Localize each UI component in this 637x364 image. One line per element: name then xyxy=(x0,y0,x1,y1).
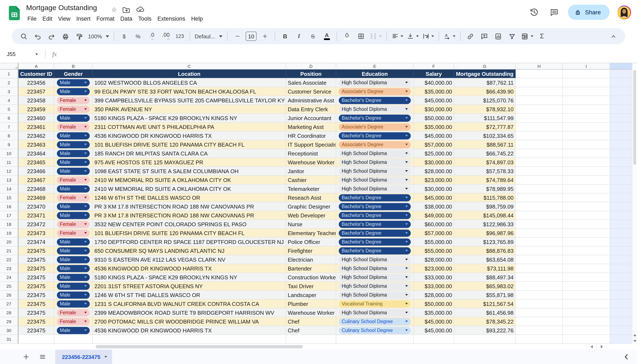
cell-gender[interactable]: Female xyxy=(54,229,93,238)
cell-salary[interactable]: $30,000.00 xyxy=(414,158,454,167)
education-chip[interactable]: Bachelor's Degree xyxy=(339,212,411,219)
name-box[interactable]: J55 xyxy=(0,46,42,63)
cell-empty[interactable] xyxy=(516,264,563,273)
cell-position[interactable]: Chef xyxy=(286,326,336,335)
cell-salary[interactable]: $28,000.00 xyxy=(414,291,454,300)
cell-mortgage-outstanding[interactable]: $72,777.87 xyxy=(454,122,516,132)
column-header-I[interactable]: I xyxy=(563,63,610,70)
cell-empty[interactable] xyxy=(516,246,563,255)
cell-position[interactable]: Junior Accountant xyxy=(286,114,336,122)
cell-customer-id[interactable]: 223475 xyxy=(18,246,54,255)
cell-customer-id[interactable]: 223475 xyxy=(18,308,54,317)
redo-icon[interactable] xyxy=(46,31,57,42)
cell-salary[interactable]: $28,000.00 xyxy=(414,255,454,264)
cell-education[interactable]: Associate's Degree xyxy=(336,140,414,149)
cell-empty[interactable] xyxy=(563,78,610,87)
column-title-customer-id[interactable]: Customer ID xyxy=(18,70,54,78)
cell-education[interactable]: High School Diploma xyxy=(336,105,414,114)
horizontal-align-button[interactable] xyxy=(391,31,403,42)
menu-insert[interactable]: Insert xyxy=(73,15,94,23)
cell-position[interactable]: Janitor xyxy=(286,167,336,176)
gender-chip[interactable]: Male xyxy=(57,265,90,272)
cell-education[interactable]: Bachelor's Degree xyxy=(336,229,414,238)
cell-empty[interactable] xyxy=(516,308,563,317)
gender-chip[interactable]: Male xyxy=(57,79,90,86)
cell-empty[interactable] xyxy=(563,114,610,122)
cell-location[interactable]: 185 RANCH DR MILPITAS SANTA CLARA CA xyxy=(93,149,286,158)
cell-empty[interactable] xyxy=(563,140,610,149)
font-select[interactable]: Defaul... xyxy=(195,31,222,42)
vertical-align-button[interactable] xyxy=(406,31,418,42)
cell-mortgage-outstanding[interactable]: $125,070.76 xyxy=(454,96,516,105)
gender-chip[interactable]: Female xyxy=(57,97,90,104)
cell-empty[interactable] xyxy=(454,335,516,344)
gender-chip[interactable]: Female xyxy=(57,194,90,201)
cell-mortgage-outstanding[interactable]: $88,567.11 xyxy=(454,140,516,149)
cell-gender[interactable]: Male xyxy=(54,326,93,335)
menu-view[interactable]: View xyxy=(55,15,73,23)
cell-mortgage-outstanding[interactable]: $88,876.83 xyxy=(454,246,516,255)
education-chip[interactable]: Associate's Degree xyxy=(339,141,411,148)
cell-position[interactable]: Data Entry Clerk xyxy=(286,105,336,114)
cell-column-j[interactable] xyxy=(610,238,632,246)
cell-empty[interactable] xyxy=(563,300,610,308)
cell-location[interactable]: 101 BLUEFISH DRIVE SUITE 120 PANAMA CITY… xyxy=(93,140,286,149)
cell-customer-id[interactable]: 223475 xyxy=(18,326,54,335)
cell-customer-id[interactable]: 223475 xyxy=(18,264,54,273)
cell-gender[interactable]: Male xyxy=(54,255,93,264)
education-chip[interactable]: High School Diploma xyxy=(339,168,411,175)
education-chip[interactable]: High School Diploma xyxy=(339,185,411,192)
cell-gender[interactable]: Male xyxy=(54,87,93,96)
cell-education[interactable]: Bachelor's Degree xyxy=(336,246,414,255)
education-chip[interactable]: Bachelor's Degree xyxy=(339,230,411,236)
cell-mortgage-outstanding[interactable]: $61,456.98 xyxy=(454,308,516,317)
cell-mortgage-outstanding[interactable]: $74,789.64 xyxy=(454,176,516,184)
cell-education[interactable]: High School Diploma xyxy=(336,308,414,317)
cell-salary[interactable]: $60,000.00 xyxy=(414,220,454,229)
cell-position[interactable]: Electrician xyxy=(286,255,336,264)
gender-chip[interactable]: Male xyxy=(57,238,90,246)
cell-column-j[interactable] xyxy=(610,282,632,291)
cell-position[interactable]: Landscaper xyxy=(286,291,336,300)
cell-column-j[interactable] xyxy=(610,300,632,308)
row-header-7[interactable]: 7 xyxy=(0,122,18,132)
cell-customer-id[interactable]: 223475 xyxy=(18,291,54,300)
menu-extensions[interactable]: Extensions xyxy=(154,15,188,23)
column-header-E[interactable]: E xyxy=(336,63,414,70)
cell-education[interactable]: Bachelor's Degree xyxy=(336,114,414,122)
cell-empty[interactable] xyxy=(563,238,610,246)
cell-customer-id[interactable]: 223461 xyxy=(18,122,54,132)
cell-empty[interactable] xyxy=(414,335,454,344)
column-header-H[interactable]: H xyxy=(516,63,563,70)
cell-empty[interactable] xyxy=(516,326,563,335)
cell-empty[interactable] xyxy=(516,96,563,105)
cell-customer-id[interactable]: 223470 xyxy=(18,202,54,211)
cell-gender[interactable]: Female xyxy=(54,317,93,326)
cell-column-j[interactable] xyxy=(610,264,632,273)
cell-empty[interactable] xyxy=(563,132,610,140)
cell-column-j[interactable] xyxy=(610,317,632,326)
gender-chip[interactable]: Female xyxy=(57,220,90,228)
cell-column-j[interactable] xyxy=(610,149,632,158)
cell-column-j[interactable] xyxy=(610,114,632,122)
cell-salary[interactable]: $50,000.00 xyxy=(414,300,454,308)
cell-salary[interactable]: $33,000.00 xyxy=(414,273,454,282)
cell-empty[interactable] xyxy=(516,158,563,167)
cell-location[interactable]: 1231 S CALIFORNIA BLVD WALNUT CREEK CONT… xyxy=(93,300,286,308)
cell-salary[interactable]: $25,000.00 xyxy=(414,149,454,158)
cell-column-j[interactable] xyxy=(610,255,632,264)
cell-location[interactable]: 4536 KINGWOOD DR KINGWOOD HARRIS TX xyxy=(93,326,286,335)
cell-column-j[interactable] xyxy=(610,70,632,78)
text-color-button[interactable]: A xyxy=(322,31,332,42)
cell-empty[interactable] xyxy=(18,335,54,344)
scroll-right-button[interactable] xyxy=(596,344,607,350)
format-currency-button[interactable]: $ xyxy=(119,31,129,42)
cell-gender[interactable]: Male xyxy=(54,246,93,255)
cell-empty[interactable] xyxy=(563,282,610,291)
cell-empty[interactable] xyxy=(516,87,563,96)
cell-empty[interactable] xyxy=(516,105,563,114)
gender-chip[interactable]: Male xyxy=(57,212,90,219)
cell-salary[interactable]: $40,000.00 xyxy=(414,78,454,87)
cell-mortgage-outstanding[interactable]: $111,547.99 xyxy=(454,114,516,122)
comment-history-icon[interactable] xyxy=(549,7,560,18)
